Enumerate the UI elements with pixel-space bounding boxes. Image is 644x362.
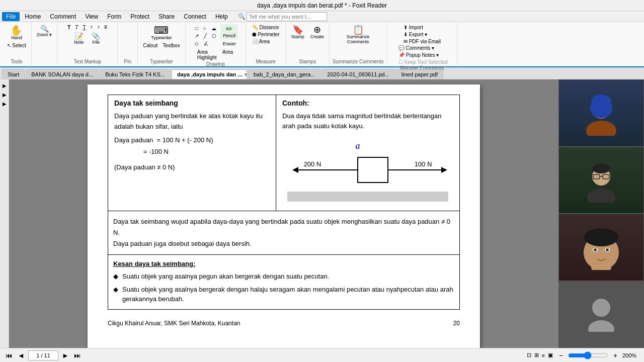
zoom-slider[interactable] [568,351,608,359]
ribbon-group-zoom: 🔍 Zoom ▾ [32,23,58,65]
menu-help[interactable]: Help [211,12,232,21]
continuous-icon[interactable]: ≡ [542,352,545,358]
diamond-shape-button[interactable]: ◇ [193,40,201,47]
page-navigation: ⏮ ◄ ► ⏭ [4,350,83,360]
force-diagram: a [282,136,453,207]
diagram-grey-bar [287,192,448,202]
sidebar-tool-2[interactable]: ▶ [1,90,9,99]
angle-shape-button[interactable]: ∠ [202,40,210,47]
text-btn-6[interactable]: T̶ [102,24,109,31]
pencil-button[interactable]: ✏ Pencil [220,24,238,39]
person-avatar-3 [576,225,626,270]
comments-button[interactable]: 💬 Comments ▾ [396,45,450,51]
svg-point-25 [588,320,614,332]
svg-point-19 [584,228,618,246]
zoom-tool-button[interactable]: 🔍 Zoom ▾ [35,24,54,38]
svg-point-16 [592,163,610,173]
kesan-heading: Kesan daya tak seimbang: [113,260,454,267]
content-table: Daya tak seimbang Daya paduan yang berti… [108,95,460,211]
tab-close-daya-impuls[interactable]: × [245,72,247,77]
area-button[interactable]: Area [220,48,236,61]
menu-share[interactable]: Share [154,12,179,21]
eraser-button[interactable]: Eraser [220,40,238,47]
footer-author: Cikgu Khairul Anuar, SMK Seri Mahkota, K… [108,320,240,327]
menu-form[interactable]: Form [103,12,125,21]
fit-page-icon[interactable]: ⊡ [527,352,531,358]
create-button[interactable]: ⊕ Create [308,24,326,40]
note-button[interactable]: 📝 Note [71,32,87,46]
document-area: Daya tak seimbang Daya paduan yang berti… [9,79,558,348]
arrow-shape-button[interactable]: ↗ [193,33,201,39]
import-button[interactable]: ⬆ Import [401,24,443,31]
italic-text-button[interactable]: T [73,24,80,31]
cloud-shape-button[interactable]: ☁ [209,25,218,32]
menu-comment[interactable]: Comment [46,12,80,21]
sidebar-tool-3[interactable]: ▶ [1,100,9,108]
select-tool-button[interactable]: ↖Select [5,42,28,49]
text-btn-4[interactable]: T [89,25,95,30]
tab-daya-impuls[interactable]: daya ,daya impuls dan ... × [172,69,247,79]
ellipse-shape-button[interactable]: ○ [201,25,208,32]
ribbon-group-pin: Pin [118,23,138,65]
svg-point-7 [586,121,616,136]
typewriter-button[interactable]: ⌨ Typewriter [149,24,174,41]
person-avatar-4 [586,297,616,332]
underline-text-button[interactable]: T [80,24,88,31]
distance-button[interactable]: 📏 Distance [250,24,282,31]
pdf-via-email-button[interactable]: ✉ PDF via Email [401,38,443,45]
hand-tool-button[interactable]: ✋ Hand [8,24,25,41]
poly-shape-button[interactable]: ⬠ [210,33,218,39]
area-measure-button[interactable]: ⬜ Area [250,38,282,45]
last-page-button[interactable]: ⏭ [72,350,83,360]
area-highlight-button[interactable]: AreaHighlight [195,48,219,61]
person-avatar-1 [581,90,621,136]
zoom-out-button[interactable]: − [556,350,566,360]
drawing-group-label: Drawing [206,61,225,67]
prev-page-button[interactable]: ◄ [16,350,26,360]
textbox-button[interactable]: Textbox [160,42,182,49]
zoom-control: − + 200% [556,350,640,360]
measure-group-label: Measure [256,59,276,64]
ribbon-group-measure: 📏 Distance ⬟ Perimeter ⬜ Area Measure [246,23,286,65]
stamp-button[interactable]: 🔖 Stamp [289,24,306,40]
left-content-3: (Daya paduan ≠ 0 N) [114,163,270,171]
next-page-button[interactable]: ► [60,350,70,360]
heading-right: Contoh: [282,99,453,107]
main-section-text: Daya tak seimbang wujud apabila daya-day… [113,216,454,249]
export-button[interactable]: ⬇ Export ▾ [401,31,443,38]
sidebar-tool-1[interactable]: ▶ [1,81,9,89]
line-shape-button[interactable]: ╱ [202,33,209,39]
tab-lined-paper[interactable]: lined paper.pdf [396,69,443,79]
left-sidebar: ▶ ▶ ▶ [0,79,9,348]
first-page-button[interactable]: ⏮ [4,350,14,360]
tab-bank-soalan[interactable]: BANK SOALAN daya d... [26,69,99,79]
ribbon-group-summarize: 📋 SummarizeComments Summarize Comments [330,23,387,65]
title-bar: daya ,daya impuls dan berat.pdf * - Foxi… [0,0,644,11]
tab-2020[interactable]: 2020-04-01_093611.pd... [321,69,395,79]
search-input[interactable] [247,12,327,21]
rect-shape-button[interactable]: □ [193,25,200,32]
zoom-level-text: 200% [622,352,640,358]
calout-button[interactable]: Calout [141,42,159,49]
pin-group-label: Pin [124,59,131,64]
menu-file[interactable]: File [2,12,20,21]
menu-connect[interactable]: Connect [180,12,210,21]
menu-home[interactable]: Home [21,12,45,21]
tab-start[interactable]: Start [2,69,25,79]
menu-protect[interactable]: Protect [126,12,153,21]
page-input[interactable] [28,350,58,360]
summarize-comments-button[interactable]: 📋 SummarizeComments [345,24,372,45]
bold-text-button[interactable]: T [65,24,72,31]
perimeter-button[interactable]: ⬟ Perimeter [250,31,282,38]
tab-buku-teks[interactable]: Buku Teks Fizik T4 KS... [100,69,171,79]
zoom-in-button[interactable]: + [610,350,620,360]
video-feed-3 [558,214,644,281]
menu-view[interactable]: View [81,12,102,21]
text-btn-5[interactable]: T [95,25,102,30]
popup-notes-button[interactable]: 📌 Popup Notes ▾ [396,52,450,58]
file-button[interactable]: 📎 File [88,32,104,46]
force-diagram-svg: 200 N 100 N [287,152,448,188]
fit-width-icon[interactable]: ⊞ [534,352,539,358]
tab-bab2[interactable]: bab_2_daya_dan_gera... [248,69,320,79]
single-page-icon[interactable]: ▣ [548,352,553,358]
